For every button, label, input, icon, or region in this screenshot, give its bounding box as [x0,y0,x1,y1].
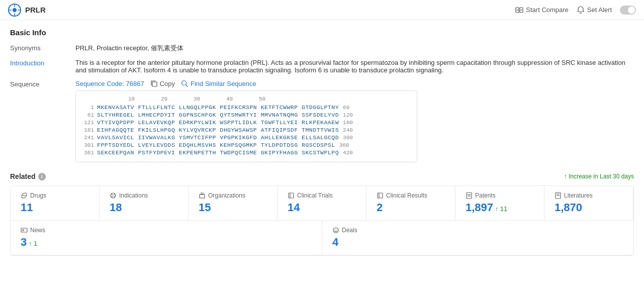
svg-rect-23 [378,193,383,198]
stat-number: 11 [21,201,33,214]
seq-end-num: 60 [343,105,349,111]
related-title: Related i [10,172,46,180]
stat-value-deals: 4 [332,236,623,249]
seq-text: VTYIVQPDPP LELAVEVKQP EDRKPYLWIK WSPPTLI… [97,119,339,126]
find-similar-button[interactable]: Find Similar Sequence [181,80,256,87]
svg-rect-10 [152,82,157,86]
start-compare-button[interactable]: Start Compare [515,6,569,14]
patents-icon [466,192,473,199]
trend-arrow-icon: ↑ [564,173,567,180]
stat-number: 18 [110,201,122,214]
svg-rect-21 [289,193,294,198]
svg-line-19 [112,196,113,197]
deals-icon [332,227,339,234]
svg-line-18 [114,194,115,195]
main-content: Basic Info Synonyms PRLR, Prolactin rece… [0,20,644,264]
stat-value-patents: 1,897 ↑ 11 [466,201,534,214]
sequence-row: 301 FPPTSDYEDL LVEYLEVDDS EDQHLMSVHS KEH… [82,142,411,148]
trend-text: Increase in Last 30 days [569,173,634,180]
stat-label-drugs: Drugs [21,192,89,199]
copy-button[interactable]: Copy [150,80,175,87]
stat-label-text: Literatures [564,192,593,199]
stat-label-text: Deals [342,227,357,234]
page-title: PRLR [25,6,46,14]
sequence-header: Sequence Code: 76867 Copy Find Similar S… [75,80,634,87]
seq-text: SLTYHREGEL LMHECPDYIT GGPNSCHFGK QYTSMWR… [97,112,339,118]
seq-start-num: 1 [82,105,97,111]
compare-icon [515,6,523,14]
related-info-icon[interactable]: i [38,173,46,180]
stat-item-indications[interactable]: Indications 18 [100,186,189,221]
stat-number: 4 [332,236,338,248]
svg-point-34 [333,228,338,233]
seq-text: SEKCEEPQAN PSTFYDPEVI EKPENPETTH TWDPQCI… [97,149,339,156]
stat-item-deals[interactable]: Deals 4 [322,221,633,255]
drugs-icon [21,192,28,199]
set-alert-label: Set Alert [587,6,612,14]
stat-label-clinical_trials: Clinical Trials [288,192,356,199]
stat-item-literatures[interactable]: Literatures 1,870 [544,186,633,221]
organizations-icon [199,192,206,199]
clinical-results-icon [377,192,384,199]
related-header: Related i ↑ Increase in Last 30 days [10,172,634,180]
find-similar-icon [181,80,189,87]
stat-number: 1,897 [466,201,493,214]
sequence-row: 1 MKENVASATV FTLLLFLNTC LLNGQLPPGK PEIFK… [82,104,411,111]
stats-grid: Drugs 11 Indications 18 Organizations 15… [10,185,634,256]
seq-text: FPPTSDYEDL LVEYLEVDDS EDQHLMSVHS KEHPSQG… [97,142,335,148]
introduction-label: Introduction [10,59,75,67]
topbar: PRLR Start Compare Set Alert [0,0,644,20]
sequence-row: 121 VTYIVQPDPP LELAVEVKQP EDRKPYLWIK WSP… [82,119,411,126]
stat-item-drugs[interactable]: Drugs 11 [11,186,100,221]
sequence-row: Sequence Sequence Code: 76867 Copy Fi [10,80,634,162]
stat-item-clinical_trials[interactable]: Clinical Trials 14 [278,186,366,221]
seq-text: EIHFAGQQTE FKILSLHPGQ KYLVQVRCKP DHGYWSA… [97,127,339,133]
stat-value-news: 3 ↑ 1 [21,236,312,249]
sequence-row: 61 SLTYHREGEL LMHECPDYIT GGPNSCHFGK QYTS… [82,112,411,118]
stat-value-drugs: 11 [21,201,89,214]
sequence-row: 181 EIHFAGQQTE FKILSLHPGQ KYLVQVRCKP DHG… [82,127,411,133]
svg-rect-25 [467,193,472,199]
app-logo-icon [8,4,21,17]
alert-icon [577,6,585,14]
seq-end-num: 120 [343,112,353,118]
stat-item-organizations[interactable]: Organizations 15 [189,186,278,221]
stat-number: 1,870 [555,201,582,214]
alert-toggle[interactable] [620,6,636,15]
sequence-code-link[interactable]: Sequence Code: 76867 [75,80,144,87]
stat-item-patents[interactable]: Patents 1,897 ↑ 11 [455,186,544,221]
stat-trend: ↑ 1 [27,240,37,247]
stat-label-organizations: Organizations [199,192,267,199]
indications-icon [110,192,117,199]
find-similar-label: Find Similar Sequence [191,80,256,87]
stat-label-text: News [30,227,45,234]
seq-start-num: 361 [82,150,97,156]
stat-label-patents: Patents [466,192,534,199]
sequence-box[interactable]: 10 20 30 40 50 1 MKENVASATV FTLLLFLNTC L… [75,90,417,162]
seq-end-num: 180 [343,120,353,126]
stat-number: 2 [377,201,383,214]
start-compare-label: Start Compare [526,6,569,14]
introduction-row: Introduction This is a receptor for the … [10,59,634,74]
svg-line-12 [186,85,188,87]
sequence-ruler: 10 20 30 40 50 [82,96,411,102]
stat-item-clinical_results[interactable]: Clinical Results 2 [366,186,455,221]
stat-value-clinical_results: 2 [377,201,445,214]
stat-label-text: Clinical Trials [297,192,333,199]
synonyms-row: Synonyms PRLR, Prolactin receptor, 催乳素受体 [10,44,634,53]
synonyms-label: Synonyms [10,44,75,52]
seq-start-num: 241 [82,135,97,141]
stat-item-news[interactable]: News 3 ↑ 1 [11,221,322,255]
stat-value-organizations: 15 [199,201,267,214]
stat-number: 14 [288,201,300,214]
seq-start-num: 121 [82,120,97,126]
basic-info-title: Basic Info [10,28,634,37]
stat-label-indications: Indications [110,192,178,199]
set-alert-button[interactable]: Set Alert [577,6,612,14]
introduction-value: This is a receptor for the anterior pitu… [75,59,634,74]
svg-point-1 [13,8,17,12]
literatures-icon [555,192,562,199]
stat-label-text: Patents [475,192,496,199]
svg-line-16 [112,194,113,195]
stat-label-clinical_results: Clinical Results [377,192,445,199]
